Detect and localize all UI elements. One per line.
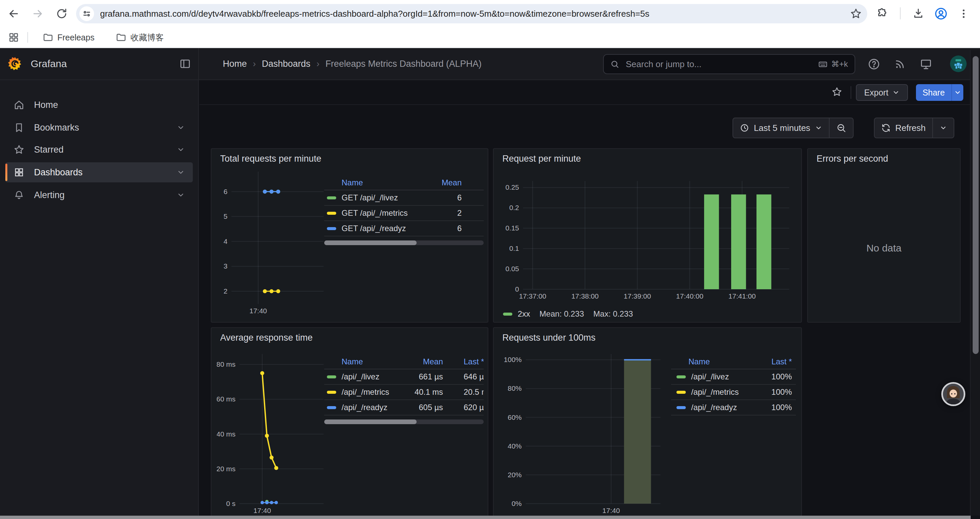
time-range-picker[interactable]: Last 5 minutes xyxy=(733,118,829,137)
panel-title[interactable]: Average response time xyxy=(220,333,480,343)
user-avatar[interactable] xyxy=(950,56,967,72)
bottom-scrollbar[interactable] xyxy=(0,516,970,519)
export-button[interactable]: Export xyxy=(856,84,908,101)
chevron-down-icon[interactable] xyxy=(177,124,185,132)
legend-header-last[interactable]: Last * xyxy=(752,357,792,366)
chevron-down-icon xyxy=(954,89,961,96)
legend-header-name[interactable]: Name xyxy=(324,178,418,187)
assistant-avatar[interactable] xyxy=(941,382,965,406)
legend[interactable]: 2xx Mean: 0.233 Max: 0.233 xyxy=(503,309,643,319)
share-button[interactable]: Share xyxy=(916,84,951,101)
bookmark-icon xyxy=(13,122,25,133)
series-color-pill xyxy=(676,375,686,378)
breadcrumb: Home › Dashboards › Freeleaps Metrics Da… xyxy=(223,48,482,80)
legend-row[interactable]: /api/_/livez 661 µs 646 µs xyxy=(324,369,484,385)
legend-row[interactable]: GET /api/_/metrics 2 xyxy=(324,206,484,221)
sidebar-item-home[interactable]: Home xyxy=(5,95,193,115)
legend-table: Name Mean GET /api/_/livez 6 GET /api/_/… xyxy=(324,176,484,245)
breadcrumb-separator: › xyxy=(317,59,320,69)
legend-scrollbar-thumb[interactable] xyxy=(324,241,417,245)
series-color-pill xyxy=(327,196,336,200)
legend-scrollbar-thumb[interactable] xyxy=(324,420,417,424)
series-color-pill xyxy=(327,375,336,378)
profile-icon[interactable] xyxy=(934,7,948,21)
legend-header-mean[interactable]: Mean xyxy=(399,357,443,366)
series-name[interactable]: 2xx xyxy=(518,309,530,319)
sidebar-item-bookmarks[interactable]: Bookmarks xyxy=(5,118,193,137)
refresh-label: Refresh xyxy=(895,123,926,133)
panel-title[interactable]: Request per minute xyxy=(502,153,793,164)
breadcrumb-dashboards[interactable]: Dashboards xyxy=(262,59,310,69)
legend-header-name[interactable]: Name xyxy=(324,357,399,366)
legend-header: Name Last * xyxy=(671,355,796,369)
search-box[interactable]: ⌘+k xyxy=(603,54,855,74)
share-menu-button[interactable] xyxy=(951,84,963,101)
time-range-label: Last 5 minutes xyxy=(754,123,810,133)
refresh-button[interactable]: Refresh xyxy=(875,118,932,137)
legend-row[interactable]: GET /api/_/livez 6 xyxy=(324,190,484,206)
refresh-interval-button[interactable] xyxy=(932,118,954,137)
legend-header-name[interactable]: Name xyxy=(671,357,752,366)
legend-header-last[interactable]: Last * xyxy=(443,357,484,366)
panel-average-response-time: Average response time 80 ms60 ms40 ms20 … xyxy=(211,327,488,519)
legend-header-mean[interactable]: Mean xyxy=(418,178,461,187)
svg-text:20 ms: 20 ms xyxy=(217,465,235,473)
breadcrumb-current: Freeleaps Metrics Dashboard (ALPHA) xyxy=(326,59,482,69)
legend-row[interactable]: GET /api/_/readyz 6 xyxy=(324,221,484,236)
legend-row[interactable]: /api/_/metrics 40.1 ms 20.5 ms xyxy=(324,385,484,400)
svg-text:0.2: 0.2 xyxy=(509,204,519,211)
svg-text:17:40: 17:40 xyxy=(253,507,271,514)
legend-scrollbar[interactable] xyxy=(324,420,484,424)
address-bar[interactable]: grafana.mathmast.com/d/deytv4rwavabkb/fr… xyxy=(76,4,867,23)
forward-icon[interactable] xyxy=(31,7,45,21)
legend-row[interactable]: /api/_/livez 100% xyxy=(671,369,796,385)
chevron-down-icon[interactable] xyxy=(177,145,185,153)
panel-title[interactable]: Total requests per minute xyxy=(220,153,480,164)
favorite-star-icon[interactable] xyxy=(831,86,843,97)
page-scrollbar-thumb[interactable] xyxy=(973,56,978,354)
zoom-out-button[interactable] xyxy=(829,118,853,137)
chevron-down-icon[interactable] xyxy=(177,191,185,199)
panel-title[interactable]: Errors per second xyxy=(816,153,952,164)
news-rss-icon[interactable] xyxy=(892,57,907,72)
panel-title[interactable]: Requests under 100ms xyxy=(502,333,793,343)
legend-row[interactable]: /api/_/readyz 605 µs 620 µs xyxy=(324,400,484,415)
svg-text:2: 2 xyxy=(223,287,228,295)
zoom-out-icon xyxy=(836,123,846,133)
extensions-icon[interactable] xyxy=(875,7,889,21)
legend-table: Name Last * /api/_/livez 100% /api/_/met… xyxy=(671,355,796,415)
breadcrumb-home[interactable]: Home xyxy=(223,59,247,69)
apps-grid-icon[interactable] xyxy=(8,32,19,43)
help-icon[interactable] xyxy=(867,57,881,72)
dock-sidebar-icon[interactable] xyxy=(179,57,191,70)
grafana-logo[interactable] xyxy=(7,56,23,72)
legend-row[interactable]: /api/_/readyz 100% xyxy=(671,400,796,415)
sidebar-item-alerting[interactable]: Alerting xyxy=(5,185,193,205)
sidebar-item-dashboards[interactable]: Dashboards xyxy=(5,162,193,182)
svg-text:40 ms: 40 ms xyxy=(217,430,235,438)
bookmark-star-icon[interactable] xyxy=(850,8,862,20)
bookmark-folder-freeleaps[interactable]: Freeleaps xyxy=(43,32,94,43)
time-range-group: Last 5 minutes xyxy=(732,118,854,138)
bookmark-folder-blogs[interactable]: 收藏博客 xyxy=(116,32,164,43)
sidebar-item-starred[interactable]: Starred xyxy=(5,140,193,160)
page-scrollbar xyxy=(970,50,980,516)
site-info-icon[interactable] xyxy=(80,6,94,21)
search-input[interactable] xyxy=(624,58,818,70)
svg-text:0: 0 xyxy=(515,285,519,293)
svg-text:17:37:00: 17:37:00 xyxy=(519,292,546,300)
legend-row[interactable]: /api/_/metrics 100% xyxy=(671,385,796,400)
folder-icon xyxy=(43,32,53,43)
url-text[interactable]: grafana.mathmast.com/d/deytv4rwavabkb/fr… xyxy=(100,9,850,19)
back-icon[interactable] xyxy=(7,7,21,21)
downloads-icon[interactable] xyxy=(911,7,925,21)
legend-scrollbar[interactable] xyxy=(324,241,484,245)
reload-icon[interactable] xyxy=(55,7,69,21)
svg-text:60%: 60% xyxy=(508,414,522,421)
series-color-pill xyxy=(676,391,686,394)
dashboard-toolbar: Export Share xyxy=(199,80,980,105)
series-color-pill xyxy=(327,212,336,215)
chevron-down-icon[interactable] xyxy=(177,168,185,176)
kiosk-monitor-icon[interactable] xyxy=(919,57,933,72)
menu-icon[interactable] xyxy=(957,7,970,21)
